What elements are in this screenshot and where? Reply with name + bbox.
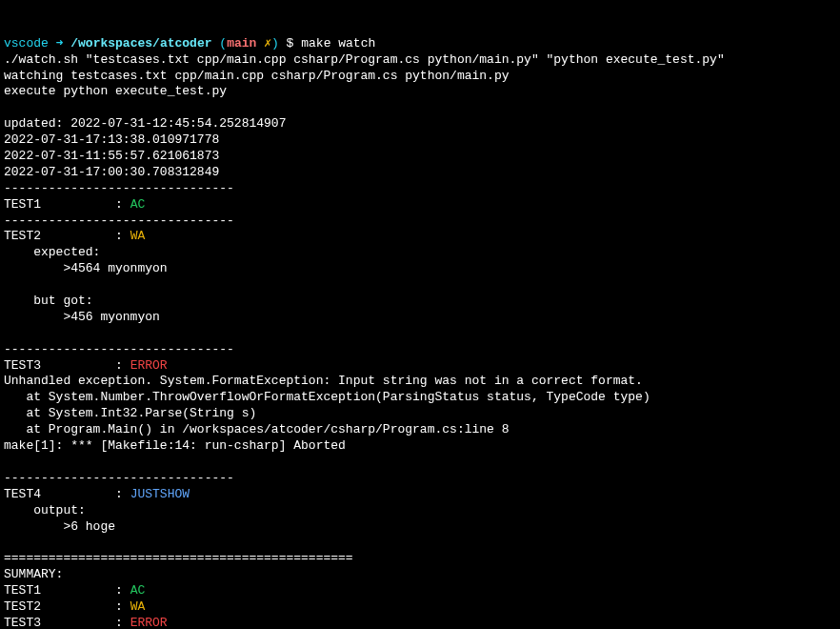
test-label: TEST4 : xyxy=(4,487,130,501)
separator-dash: ------------------------------- xyxy=(4,213,234,228)
test-label: TEST2 : xyxy=(4,229,130,243)
error-line: at System.Number.ThrowOverflowOrFormatEx… xyxy=(4,390,650,404)
error-line: at System.Int32.Parse(String s) xyxy=(4,406,256,420)
output-label: output: xyxy=(4,503,86,517)
execute-line: execute python execute_test.py xyxy=(4,84,227,98)
test4-row: TEST4 : JUSTSHOW xyxy=(4,487,190,501)
status-justshow: JUSTSHOW xyxy=(130,487,190,501)
error-line: Unhandled exception. System.FormatExcept… xyxy=(4,374,643,388)
status-wa: WA xyxy=(130,229,146,243)
summary-row: TEST2 : WA xyxy=(4,599,145,614)
command: make watch xyxy=(301,36,375,51)
status-error: ERROR xyxy=(130,616,168,629)
separator-dash: ------------------------------- xyxy=(4,181,234,195)
test2-row: TEST2 : WA xyxy=(4,229,145,243)
test1-row: TEST1 : AC xyxy=(4,197,145,212)
summary-row: TEST3 : ERROR xyxy=(4,616,168,629)
dollar: $ xyxy=(287,36,294,51)
status-wa: WA xyxy=(130,599,146,614)
butgot-label: but got: xyxy=(4,294,93,308)
branch-close: ) xyxy=(271,36,279,51)
test-label: TEST3 : xyxy=(4,358,130,373)
separator-dash: ------------------------------- xyxy=(4,342,234,356)
error-line: make[1]: *** [Makefile:14: run-csharp] A… xyxy=(4,438,346,453)
timestamp-line: 2022-07-31-17:00:30.708312849 xyxy=(4,165,219,179)
updated-line: updated: 2022-07-31-12:45:54.252814907 xyxy=(4,116,286,131)
timestamp-line: 2022-07-31-17:13:38.010971778 xyxy=(4,132,219,147)
status-ac: AC xyxy=(130,197,146,212)
summary-label: TEST2 : xyxy=(4,599,130,614)
watching-line: watching testcases.txt cpp/main.cpp csha… xyxy=(4,69,510,83)
watch-sh-line: ./watch.sh "testcases.txt cpp/main.cpp c… xyxy=(4,52,725,67)
summary-label: TEST1 : xyxy=(4,583,130,598)
arrow-icon: ➜ xyxy=(56,36,64,51)
branch-open: ( xyxy=(219,36,227,51)
test3-row: TEST3 : ERROR xyxy=(4,358,168,373)
prompt-path: /workspaces/atcoder xyxy=(70,36,211,51)
summary-label: TEST3 : xyxy=(4,616,130,629)
status-ac: AC xyxy=(130,583,146,598)
summary-row: TEST1 : AC xyxy=(4,583,145,598)
test-label: TEST1 : xyxy=(4,197,130,212)
separator-eq: ========================================… xyxy=(4,551,353,565)
dirty-icon: ✗ xyxy=(264,36,271,51)
expected-label: expected: xyxy=(4,245,100,259)
separator-dash: ------------------------------- xyxy=(4,471,234,485)
prompt: vscode ➜ /workspaces/atcoder (main ✗) $ … xyxy=(4,36,375,51)
branch-name: main xyxy=(227,36,256,51)
status-error: ERROR xyxy=(130,358,168,373)
summary-title: SUMMARY: xyxy=(4,567,63,581)
terminal[interactable]: vscode ➜ /workspaces/atcoder (main ✗) $ … xyxy=(4,36,836,629)
output-value: >6 hoge xyxy=(4,519,115,534)
error-line: at Program.Main() in /workspaces/atcoder… xyxy=(4,422,510,436)
prompt-user: vscode xyxy=(4,36,49,51)
butgot-value: >456 myonmyon xyxy=(4,310,160,324)
expected-value: >4564 myonmyon xyxy=(4,261,168,275)
timestamp-line: 2022-07-31-11:55:57.621061873 xyxy=(4,149,219,163)
